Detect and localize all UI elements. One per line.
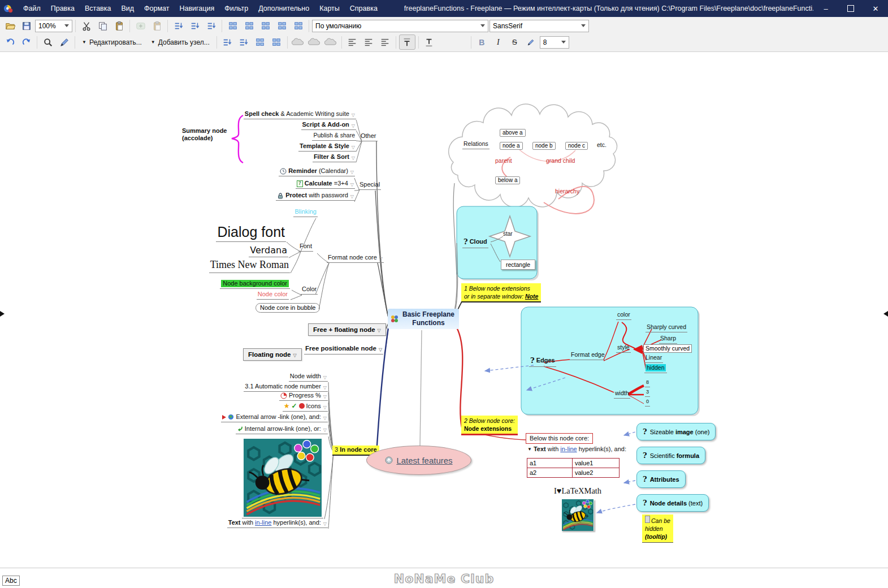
node-color-group[interactable]: Color — [301, 286, 318, 295]
node-background-color[interactable]: Node background color — [220, 280, 290, 289]
edit-node-button[interactable]: ▼ Редактировать... — [78, 36, 146, 49]
node-times-new-roman[interactable]: Times New Roman — [209, 259, 290, 273]
fold-icon[interactable]: ▽ — [323, 375, 327, 381]
node-width-8[interactable]: 8 — [645, 379, 650, 387]
menu-navigate[interactable]: Навигация — [174, 0, 219, 17]
menu-insert[interactable]: Вставка — [80, 0, 116, 17]
attributes-table[interactable]: a1 value1 a2 value2 — [527, 458, 620, 478]
fold-icon[interactable]: ▽ — [323, 521, 327, 527]
cloud-button[interactable] — [291, 35, 306, 49]
node-internal-arrow-link[interactable]: Internal arrow-link (one), or: ▽ — [236, 425, 328, 434]
layout-both-button[interactable] — [274, 19, 289, 33]
numbering-button[interactable] — [203, 19, 219, 33]
fold-icon[interactable]: ▽ — [352, 145, 355, 150]
inline-hyperlink[interactable]: in-line — [255, 519, 271, 526]
node-spell-check[interactable]: Spell check & Academic Writing suite ▽ — [244, 110, 356, 119]
node-reminder[interactable]: Reminder (Calendar) ▽ — [279, 167, 355, 176]
format-painter-button[interactable] — [57, 35, 72, 49]
layout-outline-button[interactable] — [291, 19, 306, 33]
node-verdana[interactable]: Verdana — [249, 245, 288, 257]
menu-filter[interactable]: Фильтр — [219, 0, 253, 17]
node-floating[interactable]: Floating node ▽ — [243, 348, 302, 361]
node-below-a[interactable]: below a — [495, 176, 520, 184]
node-smoothly-curved[interactable]: Smoothly curved — [643, 344, 692, 353]
note-below-node-core[interactable]: 2 Below node core: Node extensions — [461, 416, 518, 435]
align-right-button[interactable] — [378, 35, 393, 49]
node-star-label[interactable]: star — [503, 231, 513, 237]
note-below-node-extensions[interactable]: 1 Below node extensions or in separate w… — [461, 283, 541, 302]
fold-icon[interactable]: ▽ — [350, 194, 354, 200]
align-center-button[interactable] — [361, 35, 376, 49]
node-cloud[interactable]: ? Cloud — [462, 237, 488, 248]
node-edge-style[interactable]: style — [616, 344, 631, 353]
paste-button[interactable] — [111, 19, 127, 33]
sort-button[interactable] — [171, 19, 186, 33]
layout-right-button[interactable] — [258, 19, 273, 33]
node-other[interactable]: Other — [359, 132, 378, 141]
italic-button[interactable]: I — [491, 35, 506, 49]
layout-left-button[interactable] — [241, 19, 257, 33]
node-sharp[interactable]: Sharp — [659, 335, 677, 344]
node-width[interactable]: Node width ▽ — [289, 373, 328, 382]
fold-icon[interactable]: ▽ — [323, 416, 327, 421]
cut-button[interactable] — [79, 19, 94, 33]
layout-map-button[interactable] — [225, 19, 240, 33]
node-format-edge[interactable]: Format edge — [570, 351, 606, 360]
node-node-details[interactable]: ? Node details (text) — [636, 494, 709, 512]
close-button[interactable]: ✕ — [863, 0, 888, 17]
node-edge-width[interactable]: width — [614, 390, 630, 399]
fold-icon[interactable]: ▽ — [323, 394, 327, 400]
node-blinking[interactable]: Blinking — [293, 208, 318, 217]
node-sharply-curved[interactable]: Sharply curved — [646, 323, 687, 332]
node-filter-sort[interactable]: Filter & Sort ▽ — [313, 153, 356, 162]
align-left-button[interactable] — [345, 35, 360, 49]
redo-button[interactable] — [19, 35, 34, 49]
outline-button[interactable] — [187, 19, 202, 33]
node-icons[interactable]: ★ ✓ Icons ▽ — [283, 402, 328, 412]
fold-icon[interactable]: ▽ — [323, 427, 327, 433]
node-scientific-formula[interactable]: ? Scientific formula — [636, 447, 705, 464]
node-special[interactable]: Special — [358, 181, 381, 190]
node-etc[interactable]: etc. — [597, 141, 607, 149]
fold-icon[interactable]: ▽ — [352, 155, 355, 161]
fold-icon[interactable]: ▽ — [352, 113, 355, 118]
node-free-floating[interactable]: Free + floating node ▽ — [308, 323, 386, 336]
node-above-a[interactable]: above a — [500, 129, 526, 137]
font-family-select[interactable]: SansSerif — [490, 20, 589, 32]
node-bee-image-small[interactable] — [561, 499, 594, 531]
node-width-0[interactable]: 0 — [645, 399, 650, 407]
open-button[interactable] — [2, 19, 18, 33]
save-button[interactable] — [19, 19, 34, 33]
node-below-this-node-core[interactable]: Below this node core: — [526, 433, 593, 444]
split-button[interactable] — [253, 35, 268, 49]
node-bee-image[interactable] — [242, 439, 323, 518]
fold-icon[interactable]: ▽ — [352, 123, 355, 129]
menu-edit[interactable]: Правка — [46, 0, 80, 17]
fold-icon[interactable]: ▽ — [350, 170, 354, 175]
node-external-arrow-link[interactable]: External arrow -link (one), and: ▽ — [221, 413, 328, 422]
node-latex-formula[interactable]: I♥LaTeXMath — [554, 486, 601, 496]
menu-view[interactable]: Вид — [116, 0, 139, 17]
root-node[interactable]: Basic Freeplane Functions — [388, 309, 459, 329]
map-canvas[interactable]: Summary node (accolade) Spell check & Ac… — [0, 52, 888, 568]
node-linear[interactable]: Linear — [644, 354, 663, 363]
node-protect[interactable]: Protect with password ▽ — [276, 192, 355, 201]
copy-button[interactable] — [95, 19, 110, 33]
node-node-c[interactable]: node c — [565, 142, 588, 150]
fold-icon[interactable]: ▽ — [350, 182, 354, 188]
fold-icon[interactable]: ▽ — [378, 328, 381, 333]
node-sizeable-image[interactable]: ? Sizeable image (one) — [636, 423, 716, 440]
cloud-color-button[interactable] — [307, 35, 322, 49]
fold-icon[interactable]: ▽ — [323, 405, 327, 410]
node-text-hyperlink-left[interactable]: Text with in-line hyperlink(s), and: ▽ — [227, 519, 328, 528]
paste-clone-button[interactable] — [149, 19, 164, 33]
node-template-style[interactable]: Template & Style ▽ — [298, 142, 356, 152]
node-automatic-number[interactable]: 3.1 Automatic node number ▽ — [244, 383, 328, 392]
find-button[interactable] — [40, 35, 55, 49]
fold-icon[interactable]: ▽ — [293, 353, 296, 358]
font-size-select[interactable]: 8 — [540, 36, 569, 49]
node-width-3[interactable]: 3 — [645, 389, 650, 397]
node-color[interactable]: Node color — [257, 291, 289, 300]
node-latest-features[interactable]: Latest features — [366, 446, 471, 475]
node-node-a[interactable]: node a — [500, 142, 523, 150]
